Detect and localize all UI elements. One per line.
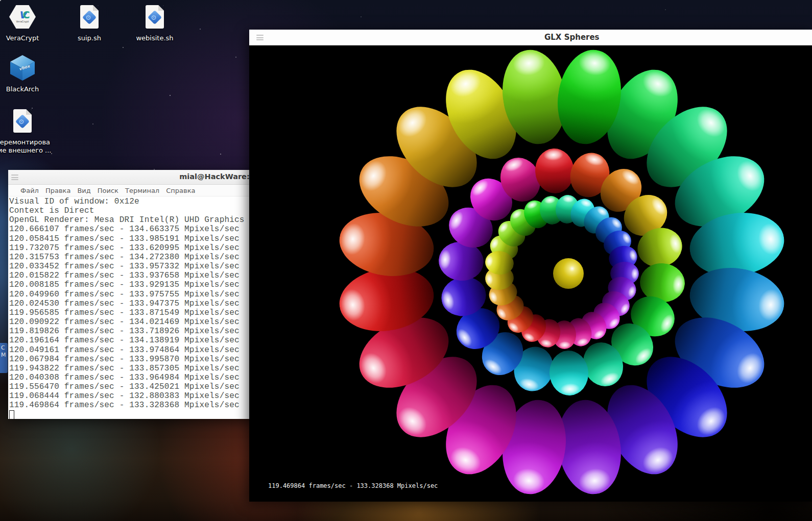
veracrypt-logo-word: VeraCrypt	[16, 20, 29, 23]
desktop-icon-suip-sh[interactable]: ⚙ suip.sh	[59, 4, 120, 42]
page-fold-icon	[93, 5, 99, 11]
veracrypt-icon: VC VeraCrypt	[9, 4, 36, 31]
page-fold-icon	[26, 109, 32, 115]
veracrypt-logo-c: C	[22, 9, 26, 20]
terminal-menu-item-1[interactable]: Правка	[45, 187, 70, 194]
desktop-icon-blackarch[interactable]: vbox BlackArch	[0, 55, 53, 93]
shell-script-icon: ⚙	[141, 4, 168, 31]
desktop-icon-veracrypt[interactable]: VC VeraCrypt VeraCrypt	[0, 4, 53, 42]
virtualbox-cube-icon: vbox	[9, 55, 36, 82]
terminal-cursor	[9, 410, 14, 419]
gear-icon: ⚙	[85, 15, 90, 20]
icon-label-line1: Перемонтирова	[0, 138, 50, 146]
gear-icon: ⚙	[18, 119, 23, 125]
stars-decoration	[0, 0, 1, 1]
terminal-menu-item-4[interactable]: Терминал	[125, 187, 159, 194]
clipped-letter: М	[0, 352, 8, 359]
gear-icon: ⚙	[151, 15, 156, 20]
glx-menu-icon[interactable]	[256, 35, 264, 40]
glx-spheres-window: GLX Spheres 119.469864 frames/sec - 133.…	[249, 30, 812, 502]
terminal-menu-item-2[interactable]: Вид	[77, 187, 90, 194]
desktop-icon-remount-script[interactable]: ⚙ Перемонтирова ние внешнего ...	[0, 108, 53, 155]
terminal-menu-item-5[interactable]: Справка	[166, 187, 195, 194]
icon-label: BlackArch	[0, 85, 53, 93]
icon-label: suip.sh	[59, 34, 120, 42]
terminal-menu-item-3[interactable]: Поиск	[98, 187, 118, 194]
icon-label: webisite.sh	[124, 34, 185, 42]
glx-sphere-middle	[534, 147, 576, 195]
glx-titlebar[interactable]: GLX Spheres	[249, 30, 812, 45]
glx-fps-overlay: 119.469864 frames/sec - 133.328368 Mpixe…	[268, 482, 438, 489]
clipped-letter: С	[0, 344, 8, 352]
icon-label-line2: ние внешнего ...	[0, 146, 51, 154]
terminal-menu-item-0[interactable]: Файл	[20, 187, 39, 194]
page-fold-icon	[158, 5, 164, 11]
glx-canvas: 119.469864 frames/sec - 133.328368 Mpixe…	[249, 45, 812, 502]
shell-script-icon: ⚙	[9, 108, 36, 135]
desktop-icon-webisite-sh[interactable]: ⚙ webisite.sh	[124, 4, 185, 42]
glx-center-sphere	[553, 258, 584, 289]
clipped-desktop-icon[interactable]: С М	[0, 343, 8, 373]
glx-window-title: GLX Spheres	[544, 33, 600, 42]
shell-script-icon: ⚙	[76, 4, 103, 31]
icon-label: VeraCrypt	[0, 34, 53, 42]
